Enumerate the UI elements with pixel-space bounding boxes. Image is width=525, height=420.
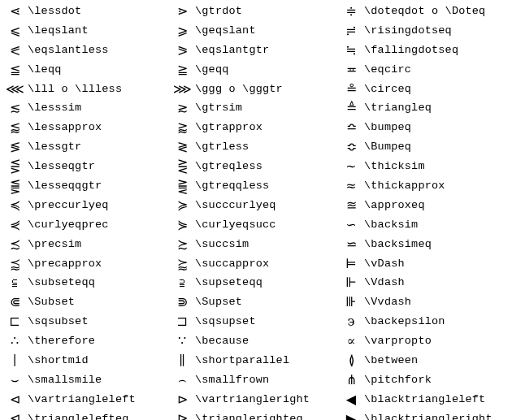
table-row: ⋐\Subset⋑\Supset⊪\Vvdash (3, 292, 522, 312)
symbol-glyph: ⪆ (169, 118, 195, 137)
table-row: ⪷\precapprox⪸\succapprox⊨\vDash (3, 254, 522, 274)
symbol-glyph: ≬ (338, 351, 364, 370)
latex-command: \lesseqqgtr (28, 176, 169, 196)
latex-command: \triangleq (364, 98, 522, 118)
symbol-glyph: ⪅ (2, 118, 28, 137)
symbol-glyph: ⋔ (338, 370, 364, 390)
symbol-glyph: ◀ (338, 390, 364, 409)
latex-command: \ggg o \gggtr (195, 80, 338, 99)
symbol-glyph: ⋍ (338, 235, 364, 254)
latex-command: \eqslantgtr (195, 41, 338, 60)
symbol-glyph: ϶ (338, 312, 364, 331)
table-row: ⋞\curlyeqprec⋟\curlyeqsucc∽\backsim (3, 215, 522, 235)
symbol-glyph: ≊ (338, 196, 364, 215)
latex-command: \preccurlyeq (28, 196, 169, 215)
symbol-glyph: ⪸ (169, 254, 195, 274)
latex-command: \geqslant (195, 21, 338, 41)
symbol-glyph: ∣ (2, 351, 28, 370)
latex-command: \lessgtr (28, 137, 169, 157)
symbol-glyph: ⌢ (169, 370, 195, 390)
latex-command: \Vdash (364, 273, 522, 292)
symbol-glyph: ⊲ (2, 390, 28, 409)
latex-command: \pitchfork (364, 370, 522, 390)
symbol-glyph: ≓ (338, 21, 364, 41)
latex-command: \sqsupset (195, 312, 338, 331)
symbol-glyph: ⫅ (2, 273, 28, 292)
symbol-glyph: ⊴ (2, 409, 28, 420)
symbol-glyph: ≈ (338, 176, 364, 196)
symbol-glyph: ≿ (169, 235, 195, 254)
table-row: ⩽\leqslant⩾\geqslant≓\risingdotseq (3, 21, 522, 41)
symbol-glyph: ⌣ (2, 370, 28, 390)
table-row: ⋚\lesseqgtr⋛\gtreqless∼\thicksim (3, 157, 522, 176)
latex-command: \lesseqgtr (28, 157, 169, 176)
symbol-glyph: ≧ (169, 60, 195, 80)
table-row: ⊏\sqsubset⊐\sqsupset϶\backepsilon (3, 312, 522, 331)
latex-command: \trianglelefteq (28, 409, 169, 420)
latex-command: \lesssim (28, 98, 169, 118)
latex-command: \shortparallel (195, 351, 338, 370)
latex-command: \Vvdash (364, 292, 522, 312)
latex-command: \Subset (28, 292, 169, 312)
latex-command: \supseteqq (195, 273, 338, 292)
table-row: ⊲\vartriangleleft⊳\vartriangleright◀\bla… (3, 390, 522, 409)
latex-command: \Bumpeq (364, 137, 522, 157)
latex-command: \precsim (28, 235, 169, 254)
symbol-glyph: ≗ (338, 80, 364, 99)
symbol-glyph: ≑ (338, 2, 364, 21)
symbol-glyph: ⪷ (2, 254, 28, 274)
latex-command: \curlyeqsucc (195, 215, 338, 235)
table-row: ⋘\lll o \llless⋙\ggg o \gggtr≗\circeq (3, 80, 522, 99)
symbol-glyph: ⩽ (2, 21, 28, 41)
latex-command: \thicksim (364, 157, 522, 176)
symbol-glyph: ⋚ (2, 157, 28, 176)
symbol-glyph: ≲ (2, 98, 28, 118)
latex-command: \precapprox (28, 254, 169, 274)
symbol-glyph: ⪋ (2, 176, 28, 196)
latex-command: \vartriangleleft (28, 390, 169, 409)
symbol-glyph: ≖ (338, 60, 364, 80)
symbol-glyph: ∵ (169, 331, 195, 351)
table-row: ⫅\subseteqq⫆\supseteqq⊩\Vdash (3, 273, 522, 292)
symbol-glyph: ⊪ (338, 292, 364, 312)
latex-command: \geqq (195, 60, 338, 80)
latex-command: \succsim (195, 235, 338, 254)
symbol-glyph: ⊏ (2, 312, 28, 331)
symbol-glyph: ⋘ (2, 80, 28, 99)
latex-command: \succcurlyeq (195, 196, 338, 215)
latex-command: \curlyeqprec (28, 215, 169, 235)
latex-command: \blacktriangleright (364, 409, 522, 420)
latex-command: \backepsilon (364, 312, 522, 331)
table-row: ≦\leqq≧\geqq≖\eqcirc (3, 60, 522, 80)
symbol-glyph: ∝ (338, 331, 364, 351)
latex-command: \gtreqqless (195, 176, 338, 196)
latex-command: \sqsubset (28, 312, 169, 331)
table-row: ⌣\smallsmile⌢\smallfrown⋔\pitchfork (3, 370, 522, 390)
latex-command: \lessdot (28, 2, 169, 21)
symbol-glyph: ≽ (169, 196, 195, 215)
symbol-glyph: ∥ (169, 351, 195, 370)
symbol-glyph: ≒ (338, 41, 364, 60)
latex-command: \because (195, 331, 338, 351)
latex-command: \blacktriangleleft (364, 390, 522, 409)
latex-command: \bumpeq (364, 118, 522, 137)
symbol-glyph: ≶ (2, 137, 28, 157)
table-row: ≾\precsim≿\succsim⋍\backsimeq (3, 235, 522, 254)
latex-command: \doteqdot o \Doteq (364, 2, 522, 21)
symbol-glyph: ∽ (338, 215, 364, 235)
symbol-glyph: ⪕ (2, 41, 28, 60)
latex-command: \gtrdot (195, 2, 338, 21)
table-row: ⪅\lessapprox⪆\gtrapprox≏\bumpeq (3, 118, 522, 137)
symbol-glyph: ⋛ (169, 157, 195, 176)
latex-command: \between (364, 351, 522, 370)
latex-symbol-table: ⋖\lessdot⋗\gtrdot≑\doteqdot o \Doteq⩽\le… (0, 0, 525, 420)
latex-command: \gtreqless (195, 157, 338, 176)
symbol-glyph: ⊐ (169, 312, 195, 331)
latex-command: \smallsmile (28, 370, 169, 390)
symbol-glyph: ⊨ (338, 254, 364, 274)
latex-command: \fallingdotseq (364, 41, 522, 60)
table-row: ⋖\lessdot⋗\gtrdot≑\doteqdot o \Doteq (3, 2, 522, 21)
symbol-glyph: ∴ (2, 331, 28, 351)
latex-command: \vartriangleright (195, 390, 338, 409)
symbol-glyph: ⪌ (169, 176, 195, 196)
